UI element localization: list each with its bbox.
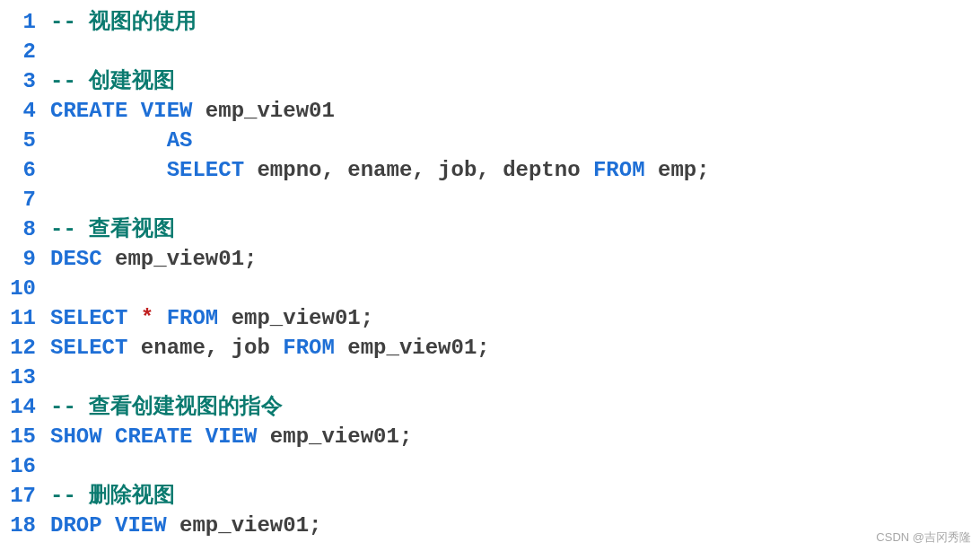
token-id: deptno bbox=[503, 158, 580, 182]
code-line[interactable]: -- 查看视图 bbox=[50, 214, 980, 244]
token-kw: SELECT bbox=[167, 158, 244, 182]
code-line[interactable]: DESC emp_view01; bbox=[50, 244, 980, 274]
token-cm: -- 视图的使用 bbox=[50, 10, 197, 34]
token-id: emp bbox=[658, 158, 696, 182]
line-number-gutter: 123456789101112131415161718 bbox=[0, 7, 50, 540]
line-number: 10 bbox=[0, 274, 36, 303]
token-pn: , bbox=[477, 158, 503, 182]
code-line[interactable]: AS bbox=[50, 126, 980, 155]
token-pn: ; bbox=[696, 158, 709, 182]
token-pn bbox=[153, 306, 166, 330]
token-kw: CREATE bbox=[50, 99, 127, 123]
token-id: emp_view01 bbox=[206, 99, 335, 123]
token-kw: FROM bbox=[593, 158, 645, 182]
token-pn bbox=[581, 158, 593, 182]
token-kw: DROP bbox=[50, 513, 102, 538]
token-pn bbox=[167, 513, 179, 538]
token-cm: -- 查看创建视图的指令 bbox=[50, 395, 283, 419]
watermark: CSDN @吉冈秀隆 bbox=[876, 529, 971, 546]
token-id: job bbox=[232, 336, 270, 360]
code-line[interactable]: -- 删除视图 bbox=[50, 481, 980, 511]
token-op: * bbox=[141, 306, 153, 330]
code-line[interactable]: SELECT * FROM emp_view01; bbox=[50, 303, 980, 333]
token-kw: SELECT bbox=[50, 306, 127, 330]
token-pn bbox=[102, 513, 115, 538]
line-number: 18 bbox=[0, 511, 36, 540]
code-line[interactable]: -- 创建视图 bbox=[50, 66, 980, 96]
token-pn bbox=[645, 158, 658, 182]
line-number: 14 bbox=[0, 392, 36, 422]
code-editor[interactable]: 123456789101112131415161718 -- 视图的使用 -- … bbox=[0, 7, 980, 540]
token-pn: , bbox=[206, 336, 232, 360]
token-id: emp_view01 bbox=[232, 306, 361, 330]
code-line[interactable]: DROP VIEW emp_view01; bbox=[50, 511, 980, 540]
token-pn: , bbox=[321, 158, 347, 182]
code-line[interactable] bbox=[50, 451, 980, 481]
token-pn bbox=[257, 424, 269, 449]
line-number: 5 bbox=[0, 126, 36, 155]
token-id: emp_view01 bbox=[347, 336, 477, 360]
code-line[interactable]: CREATE VIEW emp_view01 bbox=[50, 96, 980, 126]
line-number: 11 bbox=[0, 303, 36, 333]
line-number: 6 bbox=[0, 155, 36, 185]
token-pn bbox=[244, 158, 257, 182]
code-line[interactable] bbox=[50, 363, 980, 392]
token-id: ename bbox=[347, 158, 412, 182]
code-area[interactable]: -- 视图的使用 -- 创建视图CREATE VIEW emp_view01 A… bbox=[50, 7, 980, 540]
token-pn bbox=[50, 128, 167, 153]
line-number: 8 bbox=[0, 214, 36, 244]
token-pn bbox=[102, 247, 115, 271]
token-pn bbox=[335, 336, 347, 360]
token-kw: VIEW bbox=[206, 424, 258, 449]
token-kw: CREATE bbox=[115, 424, 192, 449]
token-cm: -- 创建视图 bbox=[50, 69, 175, 93]
line-number: 1 bbox=[0, 7, 36, 37]
token-id: emp_view01 bbox=[270, 424, 399, 449]
line-number: 2 bbox=[0, 37, 36, 66]
token-kw: FROM bbox=[167, 306, 219, 330]
token-kw: VIEW bbox=[115, 513, 167, 538]
token-pn bbox=[127, 306, 140, 330]
token-cm: -- 查看视图 bbox=[50, 217, 175, 241]
token-pn: ; bbox=[361, 306, 373, 330]
line-number: 9 bbox=[0, 244, 36, 274]
code-line[interactable] bbox=[50, 185, 980, 214]
code-line[interactable] bbox=[50, 274, 980, 303]
token-pn: ; bbox=[244, 247, 257, 271]
token-pn bbox=[270, 336, 283, 360]
token-pn bbox=[127, 99, 140, 123]
line-number: 13 bbox=[0, 363, 36, 392]
code-line[interactable] bbox=[50, 37, 980, 66]
token-kw: AS bbox=[167, 128, 193, 153]
code-line[interactable]: -- 视图的使用 bbox=[50, 7, 980, 37]
token-pn bbox=[127, 336, 140, 360]
code-line[interactable]: SELECT ename, job FROM emp_view01; bbox=[50, 333, 980, 363]
token-kw: SHOW bbox=[50, 424, 102, 449]
line-number: 16 bbox=[0, 451, 36, 481]
token-pn: ; bbox=[399, 424, 412, 449]
token-pn bbox=[218, 306, 231, 330]
token-pn: , bbox=[412, 158, 438, 182]
line-number: 4 bbox=[0, 96, 36, 126]
token-id: job bbox=[438, 158, 477, 182]
token-id: empno bbox=[257, 158, 321, 182]
line-number: 12 bbox=[0, 333, 36, 363]
token-kw: VIEW bbox=[141, 99, 193, 123]
line-number: 7 bbox=[0, 185, 36, 214]
code-line[interactable]: -- 查看创建视图的指令 bbox=[50, 392, 980, 422]
token-id: emp_view01 bbox=[179, 513, 309, 538]
line-number: 3 bbox=[0, 66, 36, 96]
code-line[interactable]: SHOW CREATE VIEW emp_view01; bbox=[50, 422, 980, 451]
line-number: 17 bbox=[0, 481, 36, 511]
token-kw: FROM bbox=[283, 336, 335, 360]
token-pn: ; bbox=[477, 336, 489, 360]
token-kw: DESC bbox=[50, 247, 102, 271]
token-pn: ; bbox=[309, 513, 321, 538]
token-cm: -- 删除视图 bbox=[50, 484, 175, 508]
token-id: ename bbox=[141, 336, 206, 360]
line-number: 15 bbox=[0, 422, 36, 451]
code-line[interactable]: SELECT empno, ename, job, deptno FROM em… bbox=[50, 155, 980, 185]
token-id: emp_view01 bbox=[115, 247, 244, 271]
token-pn bbox=[192, 99, 205, 123]
token-pn bbox=[50, 158, 167, 182]
